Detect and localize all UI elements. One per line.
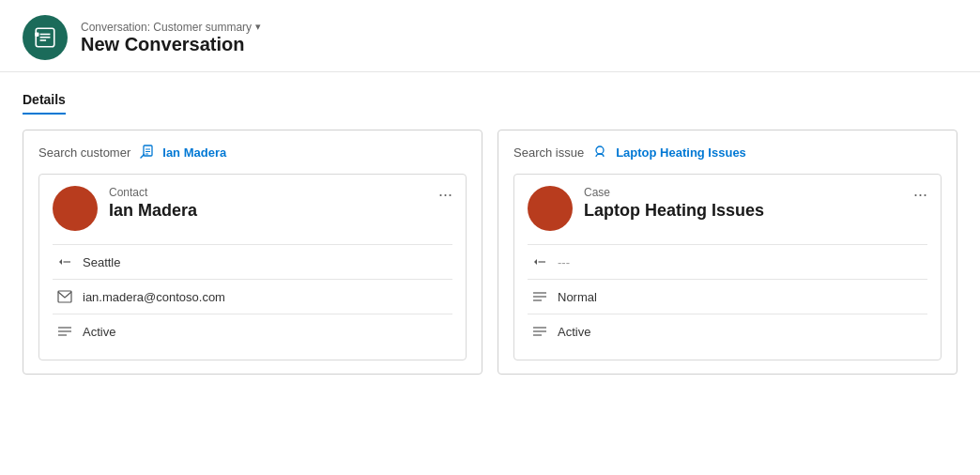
chevron-down-icon[interactable]: ▾ bbox=[255, 21, 261, 33]
location-icon bbox=[56, 253, 73, 270]
issue-status-icon bbox=[531, 323, 548, 340]
customer-search-bar: Search customer Ian Madera bbox=[38, 144, 467, 161]
issue-id: --- bbox=[558, 255, 570, 269]
issue-status-row: Active bbox=[528, 314, 927, 348]
status-icon bbox=[56, 323, 73, 340]
issue-detail-rows: --- Normal bbox=[528, 244, 927, 348]
header-icon bbox=[23, 15, 68, 60]
issue-avatar bbox=[528, 186, 573, 231]
email-icon bbox=[56, 288, 73, 305]
customer-search-icon bbox=[138, 144, 155, 161]
issue-search-bar: Search issue Laptop Heating Issues bbox=[513, 144, 942, 161]
customer-name: Ian Madera bbox=[109, 201, 427, 221]
priority-icon bbox=[531, 288, 548, 305]
cards-row: Search customer Ian Madera Contact Ian M… bbox=[0, 115, 980, 390]
customer-card-container: Search customer Ian Madera Contact Ian M… bbox=[23, 130, 482, 375]
tab-details[interactable]: Details bbox=[23, 92, 66, 115]
issue-card-menu[interactable]: ··· bbox=[913, 186, 927, 203]
customer-avatar bbox=[53, 186, 98, 231]
customer-card-header: Contact Ian Madera ··· bbox=[53, 186, 452, 231]
issue-search-label: Search issue bbox=[513, 146, 584, 160]
customer-email-row: ian.madera@contoso.com bbox=[53, 280, 452, 314]
svg-point-14 bbox=[596, 146, 604, 154]
header-text-block: Conversation: Customer summary ▾ New Con… bbox=[81, 21, 261, 55]
customer-status: Active bbox=[83, 325, 115, 339]
issue-id-row: --- bbox=[528, 245, 927, 280]
issue-card-type: Case bbox=[584, 186, 902, 199]
svg-rect-2 bbox=[40, 37, 51, 38]
svg-rect-1 bbox=[40, 34, 51, 36]
issue-inner-card: Case Laptop Heating Issues ··· --- bbox=[513, 174, 942, 360]
customer-detail-rows: Seattle ian.madera@contoso.com bbox=[53, 244, 452, 348]
svg-rect-10 bbox=[58, 291, 71, 302]
svg-rect-3 bbox=[40, 39, 47, 41]
header-title: New Conversation bbox=[81, 34, 261, 55]
issue-card-container: Search issue Laptop Heating Issues Case … bbox=[498, 130, 957, 375]
issue-id-icon bbox=[531, 253, 548, 270]
customer-card-type: Contact bbox=[109, 186, 427, 199]
svg-rect-4 bbox=[35, 33, 38, 37]
issue-status: Active bbox=[558, 325, 590, 339]
issue-priority-row: Normal bbox=[528, 280, 927, 314]
customer-location-row: Seattle bbox=[53, 245, 452, 280]
page-header: Conversation: Customer summary ▾ New Con… bbox=[0, 0, 980, 72]
customer-inner-card: Contact Ian Madera ··· Seattle bbox=[38, 174, 467, 360]
customer-email: ian.madera@contoso.com bbox=[83, 290, 225, 304]
customer-status-row: Active bbox=[53, 314, 452, 348]
issue-card-info: Case Laptop Heating Issues bbox=[584, 186, 902, 221]
issue-priority: Normal bbox=[558, 290, 597, 304]
customer-search-value[interactable]: Ian Madera bbox=[162, 146, 226, 160]
issue-name: Laptop Heating Issues bbox=[584, 201, 902, 221]
issue-search-icon bbox=[591, 144, 608, 161]
customer-search-label: Search customer bbox=[38, 146, 130, 160]
issue-search-value[interactable]: Laptop Heating Issues bbox=[616, 146, 746, 160]
customer-card-menu[interactable]: ··· bbox=[438, 186, 452, 203]
issue-card-header: Case Laptop Heating Issues ··· bbox=[528, 186, 927, 231]
details-section: Details bbox=[0, 72, 980, 115]
customer-card-info: Contact Ian Madera bbox=[109, 186, 427, 221]
header-subtitle: Conversation: Customer summary ▾ bbox=[81, 21, 261, 34]
customer-location: Seattle bbox=[83, 255, 120, 269]
